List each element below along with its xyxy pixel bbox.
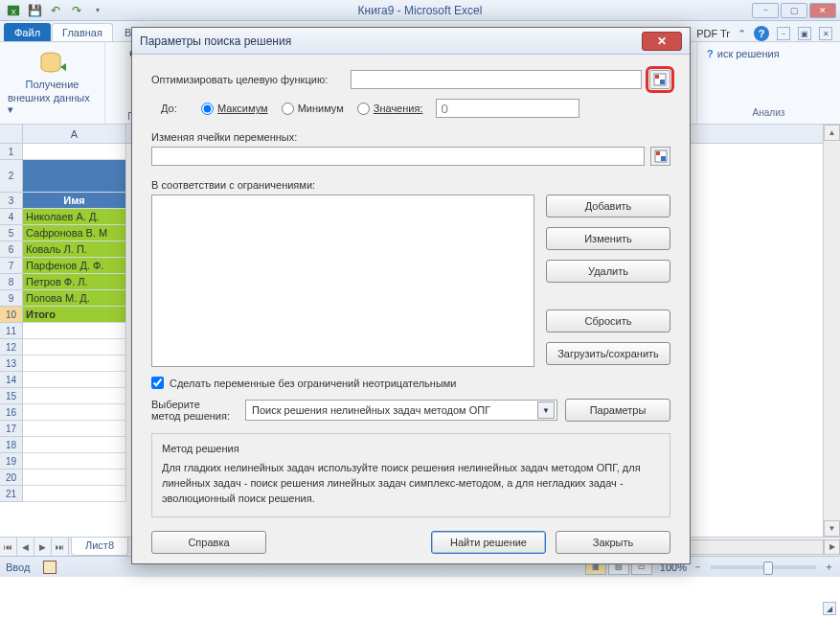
minimize-button[interactable]: － (752, 3, 779, 18)
tab-file[interactable]: Файл (4, 23, 51, 41)
radio-min[interactable]: Минимум (282, 103, 344, 115)
row-header[interactable]: 12 (0, 339, 23, 355)
data-cell[interactable]: Петров Ф. Л. (23, 274, 126, 290)
scroll-up-icon[interactable]: ▲ (824, 125, 840, 141)
variables-range-picker-button[interactable] (650, 147, 670, 166)
row-header[interactable]: 16 (0, 404, 23, 421)
data-cell[interactable]: Попова М. Д. (23, 290, 126, 307)
row-header[interactable]: 4 (0, 209, 23, 225)
constraints-listbox[interactable] (151, 195, 534, 367)
zoom-in-icon[interactable]: ＋ (824, 560, 834, 574)
method-select[interactable]: Поиск решения нелинейных задач методом О… (245, 400, 557, 421)
scroll-right-icon[interactable]: ▶ (824, 539, 840, 555)
tab-home[interactable]: Главная (52, 23, 113, 41)
objective-range-picker-button[interactable] (649, 70, 670, 89)
row-header[interactable]: 3 (0, 193, 23, 209)
params-button[interactable]: Параметры (565, 399, 670, 422)
qat-dropdown-icon[interactable]: ▾ (90, 3, 105, 18)
solve-button[interactable]: Найти решение (431, 531, 546, 554)
radio-max-input[interactable] (201, 103, 214, 115)
header-cell-name[interactable]: Имя (23, 193, 126, 209)
range-select-icon (653, 73, 667, 86)
data-cell-total[interactable]: Итого (23, 307, 126, 323)
row-header[interactable]: 11 (0, 323, 23, 339)
help-icon[interactable]: ? (754, 26, 769, 41)
sheet-nav-prev-icon[interactable]: ◀ (17, 538, 34, 556)
objective-label: Оптимизировать целевую функцию: (151, 74, 343, 85)
svg-text:X: X (11, 7, 16, 15)
radio-value[interactable]: Значения: (357, 103, 423, 115)
dialog-titlebar[interactable]: Параметры поиска решения ✕ (132, 28, 690, 55)
data-cell[interactable]: Парфенов Д. Ф. (23, 258, 126, 274)
data-cell[interactable]: Сафронова В. М (23, 225, 126, 241)
row-header[interactable]: 19 (0, 453, 23, 470)
solver-button[interactable]: ?иск решения (707, 48, 830, 59)
sheet-nav-next-icon[interactable]: ▶ (34, 538, 52, 556)
workbook-close-button[interactable]: ✕ (819, 27, 832, 40)
sheet-nav-first-icon[interactable]: ⏮ (0, 538, 17, 556)
row-header[interactable]: 2 (0, 160, 23, 193)
value-of-input[interactable] (436, 99, 579, 118)
zoom-out-icon[interactable]: － (692, 560, 703, 574)
help-button[interactable]: Справка (151, 531, 266, 554)
group-dialog-launcher-icon[interactable]: ◢ (823, 602, 836, 615)
variables-input[interactable] (151, 147, 645, 166)
method-description-text: Для гладких нелинейных задач используйте… (162, 461, 660, 507)
scroll-down-icon[interactable]: ▼ (824, 520, 840, 537)
excel-logo-icon: X (6, 3, 21, 18)
zoom-slider[interactable] (711, 565, 816, 569)
close-button[interactable]: Закрыть (556, 531, 670, 554)
row-header[interactable]: 5 (0, 225, 23, 241)
close-window-button[interactable]: ✕ (809, 3, 836, 18)
row-header[interactable]: 18 (0, 437, 23, 453)
row-header[interactable]: 7 (0, 258, 23, 274)
radio-max[interactable]: Максимум (201, 103, 268, 115)
delete-constraint-button[interactable]: Удалить (546, 260, 670, 283)
row-header[interactable]: 1 (0, 144, 23, 160)
radio-value-input[interactable] (357, 103, 370, 115)
load-save-button[interactable]: Загрузить/сохранить (546, 342, 670, 365)
reset-button[interactable]: Сбросить (546, 310, 670, 332)
row-header[interactable]: 17 (0, 421, 23, 437)
sheet-tab[interactable]: Лист8 (71, 538, 128, 556)
objective-input[interactable] (351, 70, 642, 89)
save-icon[interactable]: 💾 (27, 3, 42, 18)
tab-pdf[interactable]: PDF Tr (696, 28, 730, 39)
question-icon: ? (707, 48, 714, 59)
data-cell[interactable]: Коваль Л. П. (23, 241, 126, 258)
chevron-down-icon[interactable]: ▼ (537, 401, 555, 419)
row-header[interactable]: 14 (0, 372, 23, 388)
row-header[interactable]: 6 (0, 241, 23, 258)
select-all-corner[interactable] (0, 125, 23, 143)
sheet-nav-last-icon[interactable]: ⏭ (52, 538, 69, 556)
add-constraint-button[interactable]: Добавить (546, 195, 670, 218)
svg-rect-8 (661, 156, 666, 161)
change-constraint-button[interactable]: Изменить (546, 227, 670, 250)
macro-record-icon[interactable] (43, 561, 57, 574)
dialog-title: Параметры поиска решения (140, 34, 291, 48)
column-header-a[interactable]: A (23, 125, 126, 143)
undo-icon[interactable]: ↶ (48, 3, 63, 18)
nonneg-label: Сделать переменные без ограничений неотр… (170, 378, 457, 389)
row-header[interactable]: 8 (0, 274, 23, 290)
workbook-restore-button[interactable]: ▣ (798, 27, 811, 40)
row-header[interactable]: 10 (0, 307, 23, 323)
dialog-close-button[interactable]: ✕ (642, 32, 682, 51)
workbook-minimize-button[interactable]: － (777, 27, 790, 40)
radio-min-input[interactable] (282, 103, 294, 115)
data-cell[interactable]: Николаев А. Д. (23, 209, 126, 225)
maximize-button[interactable]: ▢ (781, 3, 807, 18)
vertical-scrollbar[interactable]: ▲ ▼ (823, 125, 840, 537)
redo-icon[interactable]: ↷ (69, 3, 84, 18)
nonneg-checkbox[interactable] (151, 377, 164, 389)
row-header[interactable]: 15 (0, 388, 23, 404)
status-mode: Ввод (6, 562, 30, 573)
row-header[interactable]: 20 (0, 470, 23, 486)
row-header[interactable]: 13 (0, 355, 23, 372)
ribbon-minimize-icon[interactable]: ⌃ (738, 28, 746, 40)
constraints-label: В соответствии с ограничениями: (151, 179, 670, 191)
row-header[interactable]: 9 (0, 290, 23, 307)
row-header[interactable]: 21 (0, 486, 23, 502)
to-label: До: (161, 103, 188, 114)
get-external-data-button[interactable]: Получение внешних данных ▾ (8, 50, 97, 116)
